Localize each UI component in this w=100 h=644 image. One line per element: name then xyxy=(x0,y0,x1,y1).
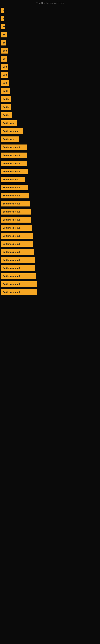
bottleneck-label[interactable]: B xyxy=(1,16,4,21)
list-item: Bottleneck resu xyxy=(0,177,100,182)
list-item: Bottle xyxy=(0,104,100,110)
bottleneck-label[interactable]: Bottle xyxy=(1,96,11,102)
list-item: Bottleneck xyxy=(0,120,100,126)
list-item: Bottleneck result xyxy=(0,273,100,279)
list-item: Bottleneck result xyxy=(0,144,100,150)
list-item: Bottleneck result xyxy=(0,281,100,287)
bottleneck-label[interactable]: Bottleneck xyxy=(1,120,17,126)
bottleneck-label[interactable]: Bottleneck result xyxy=(1,273,36,279)
list-item: Bottleneck result xyxy=(0,209,100,214)
items-container: BBBoBotBoBottBotBottBottBottBottlBottleB… xyxy=(0,6,100,300)
bottleneck-label[interactable]: Bott xyxy=(1,48,8,54)
list-item: Bottleneck result xyxy=(0,169,100,174)
bottleneck-label[interactable]: Bottleneck result xyxy=(1,265,35,271)
list-item: Bottleneck result xyxy=(0,217,100,222)
list-item: Bottleneck result xyxy=(0,249,100,255)
list-item: Bott xyxy=(0,80,100,86)
bottleneck-label[interactable]: Bottleneck result xyxy=(1,233,33,239)
list-item: Bottleneck result xyxy=(0,152,100,158)
list-item: B xyxy=(0,16,100,21)
list-item: Bottleneck result xyxy=(0,290,100,295)
list-item: Bottleneck result xyxy=(0,201,100,206)
list-item: Bottleneck result xyxy=(0,241,100,247)
bottleneck-label[interactable]: Bottle xyxy=(1,104,11,110)
list-item: Bottleneck r xyxy=(0,136,100,142)
list-item: Bo xyxy=(0,40,100,46)
bottleneck-label[interactable]: Bottleneck result xyxy=(1,225,32,231)
bottleneck-label[interactable]: Bo xyxy=(1,40,6,46)
list-item: Bott xyxy=(0,48,100,54)
bottleneck-label[interactable]: Bottleneck result xyxy=(1,152,27,158)
bottleneck-label[interactable]: Bottleneck result xyxy=(1,241,33,247)
bottleneck-label[interactable]: Bottleneck result xyxy=(1,201,30,206)
bottleneck-label[interactable]: Bottleneck result xyxy=(1,257,35,263)
bottleneck-label[interactable]: Bott xyxy=(1,72,8,78)
bottleneck-label[interactable]: Bottleneck resu xyxy=(1,177,25,182)
list-item: Bottleneck resu xyxy=(0,128,100,134)
list-item: Bottle xyxy=(0,112,100,118)
list-item: Bott xyxy=(0,64,100,70)
list-item: Bo xyxy=(0,24,100,30)
bottleneck-label[interactable]: Bottleneck result xyxy=(1,290,37,295)
bottleneck-label[interactable]: Bottleneck result xyxy=(1,193,29,198)
bottleneck-label[interactable]: Bottleneck result xyxy=(1,185,28,190)
list-item: Bottleneck result xyxy=(0,265,100,271)
list-item: Bottleneck result xyxy=(0,193,100,198)
list-item: Bottleneck result xyxy=(0,225,100,231)
bottleneck-label[interactable]: Bott xyxy=(1,64,8,70)
bottleneck-label[interactable]: Bottleneck result xyxy=(1,160,27,166)
list-item: Bottl xyxy=(0,88,100,94)
list-item: Bot xyxy=(0,56,100,62)
list-item: Bott xyxy=(0,72,100,78)
bottleneck-label[interactable]: Bottleneck result xyxy=(1,249,34,255)
bottleneck-label[interactable]: B xyxy=(1,8,4,13)
bottleneck-label[interactable]: Bottleneck result xyxy=(1,144,27,150)
bottleneck-label[interactable]: Bottleneck result xyxy=(1,209,31,214)
site-title: TheBottlenecker.com xyxy=(0,0,100,6)
bottleneck-label[interactable]: Bot xyxy=(1,56,7,62)
bottleneck-label[interactable]: Bottleneck result xyxy=(1,281,37,287)
list-item: Bottleneck result xyxy=(0,257,100,263)
bottleneck-label[interactable]: Bottleneck result xyxy=(1,217,31,222)
bottleneck-label[interactable]: Bottle xyxy=(1,112,12,118)
bottleneck-label[interactable]: Bott xyxy=(1,80,9,86)
bottleneck-label[interactable]: Bo xyxy=(1,24,5,30)
list-item: Bottleneck result xyxy=(0,185,100,190)
list-item: Bottle xyxy=(0,96,100,102)
list-item: B xyxy=(0,8,100,13)
bottleneck-label[interactable]: Bottleneck r xyxy=(1,136,19,142)
bottleneck-label[interactable]: Bottl xyxy=(1,88,10,94)
bottleneck-label[interactable]: Bottleneck resu xyxy=(1,128,23,134)
list-item: Bottleneck result xyxy=(0,160,100,166)
list-item: Bottleneck result xyxy=(0,233,100,239)
list-item: Bot xyxy=(0,32,100,38)
bottleneck-label[interactable]: Bot xyxy=(1,32,7,38)
bottleneck-label[interactable]: Bottleneck result xyxy=(1,169,28,174)
